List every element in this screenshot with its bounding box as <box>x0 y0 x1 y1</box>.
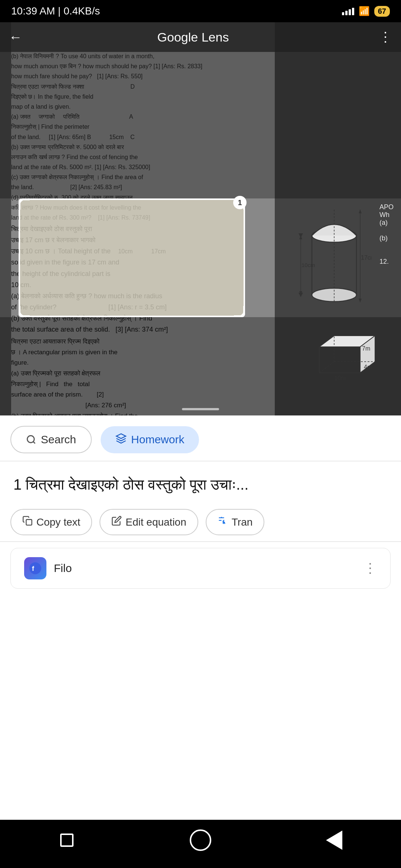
filo-more-button[interactable]: ⋮ <box>363 560 377 576</box>
svg-text:7m: 7m <box>362 345 370 352</box>
selection-badge: 1 <box>233 196 247 209</box>
battery-indicator: 67 <box>374 6 390 17</box>
navigation-bar <box>0 820 401 868</box>
signal-icon <box>342 7 354 15</box>
status-time: 10:39 AM | 0.4KB/s <box>11 5 100 17</box>
svg-text:4m: 4m <box>364 364 372 370</box>
svg-point-24 <box>29 562 41 574</box>
svg-marker-11 <box>359 299 362 302</box>
edit-equation-button[interactable]: Edit equation <box>100 509 198 535</box>
edit-equation-label: Edit equation <box>125 516 186 528</box>
box-figure: 7m 4m 10m <box>304 328 371 377</box>
search-label: Search <box>41 433 76 446</box>
translate-icon <box>218 516 228 529</box>
svg-marker-8 <box>299 236 302 239</box>
selection-corner-bl <box>19 306 30 317</box>
translate-label: Tran <box>232 516 253 528</box>
translate-button[interactable]: Tran <box>206 509 265 535</box>
back-button[interactable]: ← <box>9 29 22 45</box>
recent-apps-icon <box>60 834 74 847</box>
svg-point-21 <box>27 436 35 443</box>
svg-marker-10 <box>359 210 362 213</box>
svg-rect-12 <box>319 347 360 373</box>
extracted-text-section: 1 चित्रमा देखाइएको ठोस वस्तुको पूरा उचाः… <box>0 461 401 503</box>
copy-text-label: Copy text <box>36 516 80 528</box>
action-chips-row: Copy text Edit equation Tran <box>0 503 401 541</box>
cylinder-figure: 17cm 10cm <box>297 206 371 313</box>
svg-text:f: f <box>32 565 35 572</box>
scroll-indicator <box>182 408 219 410</box>
more-button[interactable]: ⋮ <box>379 29 392 45</box>
home-icon <box>190 829 211 851</box>
search-button[interactable]: Search <box>10 426 92 453</box>
status-icons: 📶 67 <box>342 6 390 17</box>
camera-view: (b) नेपाल विनियमनी ? To use 40 units of … <box>0 0 401 415</box>
copy-icon <box>22 516 33 529</box>
filo-logo: f <box>24 557 46 579</box>
edit-icon <box>111 516 122 529</box>
selection-corner-br <box>234 306 245 317</box>
filo-name: Filo <box>54 562 356 575</box>
home-button[interactable] <box>186 825 215 855</box>
homework-icon <box>115 433 127 447</box>
svg-marker-9 <box>299 291 302 295</box>
extracted-text: 1 चित्रमा देखाइएको ठोस वस्तुको पूरा उचाः… <box>13 475 388 494</box>
action-buttons-row: Search Homework <box>0 415 401 461</box>
selection-box[interactable] <box>19 198 245 317</box>
filo-card[interactable]: f Filo ⋮ <box>10 548 391 589</box>
back-icon <box>326 831 342 850</box>
svg-rect-23 <box>26 520 32 525</box>
svg-line-15 <box>319 362 334 373</box>
homework-label: Homework <box>131 433 184 446</box>
status-bar: 10:39 AM | 0.4KB/s 📶 67 <box>0 0 401 22</box>
divider-2 <box>0 541 401 542</box>
search-icon <box>26 434 36 445</box>
toolbar-title: Google Lens <box>30 30 356 45</box>
bottom-panel: Search Homework 1 चित्रमा देखाइएको ठोस व… <box>0 415 401 868</box>
svg-text:17cm: 17cm <box>361 254 371 261</box>
homework-button[interactable]: Homework <box>101 426 199 453</box>
recent-apps-button[interactable] <box>52 825 82 855</box>
wifi-icon: 📶 <box>359 6 370 16</box>
back-nav-button[interactable] <box>319 825 349 855</box>
svg-text:10cm: 10cm <box>301 262 315 268</box>
svg-line-22 <box>33 441 35 443</box>
copy-text-button[interactable]: Copy text <box>10 509 92 535</box>
toolbar: ← Google Lens ⋮ <box>0 22 401 52</box>
selection-corner-tl <box>19 198 30 210</box>
svg-text:10m: 10m <box>334 375 346 380</box>
right-side-text: APO Wh (a) (b) 12. <box>379 203 394 266</box>
